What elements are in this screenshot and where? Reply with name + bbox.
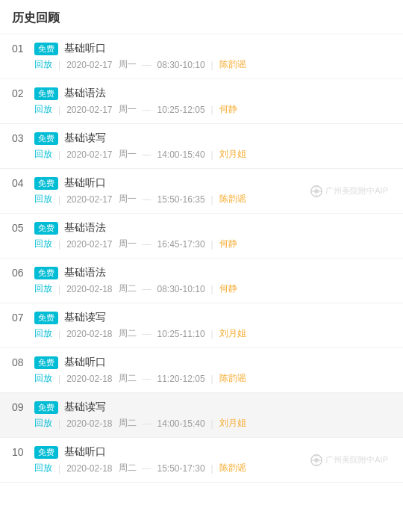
item-title: 基础语法 — [64, 221, 106, 235]
item-date: 2020-02-18 — [66, 329, 112, 339]
list-item[interactable]: 09 免费 基础读写 回放 | 2020-02-18 周二 — 14:00-15… — [0, 393, 403, 438]
item-date: 2020-02-18 — [66, 284, 112, 294]
badge-free: 免费 — [34, 356, 58, 369]
item-time: 10:25-11:10 — [157, 329, 205, 339]
item-bottom: 回放 | 2020-02-18 周二 — 10:25-11:10 | 刘月姐 — [12, 327, 391, 340]
item-number: 01 — [12, 43, 28, 55]
item-day: 周二 — [119, 282, 137, 295]
list-item[interactable]: 05 免费 基础语法 回放 | 2020-02-17 周一 — 16:45-17… — [0, 214, 403, 259]
item-number: 07 — [12, 312, 28, 324]
badge-free: 免费 — [34, 43, 58, 55]
item-bottom: 回放 | 2020-02-18 周二 — 14:00-15:40 | 刘月姐 — [12, 417, 391, 430]
item-date: 2020-02-17 — [66, 149, 112, 160]
item-time: 14:00-15:40 — [157, 418, 205, 429]
history-list: 01 免费 基础听口 回放 | 2020-02-17 周一 — 08:30-10… — [0, 34, 403, 483]
item-number: 09 — [12, 401, 28, 413]
item-bottom: 回放 | 2020-02-17 周一 — 16:45-17:30 | 何静 — [12, 238, 391, 250]
item-replay[interactable]: 回放 — [34, 462, 52, 474]
watermark: 广州美院附中AIP — [310, 185, 388, 198]
item-bottom: 回放 | 2020-02-18 周二 — 11:20-12:05 | 陈韵谣 — [12, 372, 391, 385]
item-teacher: 何静 — [219, 103, 237, 116]
item-day: 周一 — [119, 148, 137, 161]
item-time: 14:00-15:40 — [157, 149, 205, 160]
badge-free: 免费 — [34, 446, 58, 459]
item-replay[interactable]: 回放 — [34, 327, 52, 340]
badge-free: 免费 — [34, 401, 58, 414]
item-number: 08 — [12, 356, 28, 368]
list-item[interactable]: 10 免费 基础听口 回放 | 2020-02-18 周二 — 15:50-17… — [0, 438, 403, 483]
item-replay[interactable]: 回放 — [34, 372, 52, 385]
item-number: 04 — [12, 177, 28, 189]
item-day: 周一 — [119, 193, 137, 205]
list-item[interactable]: 03 免费 基础读写 回放 | 2020-02-17 周一 — 14:00-15… — [0, 124, 403, 169]
badge-free: 免费 — [34, 222, 58, 235]
item-replay[interactable]: 回放 — [34, 417, 52, 430]
item-title: 基础语法 — [64, 266, 106, 279]
item-replay[interactable]: 回放 — [34, 148, 52, 161]
item-replay[interactable]: 回放 — [34, 282, 52, 295]
item-number: 06 — [12, 267, 28, 279]
badge-free: 免费 — [34, 132, 58, 145]
item-title: 基础读写 — [64, 132, 106, 145]
watermark: 广州美院附中AIP — [310, 454, 388, 467]
item-title: 基础读写 — [64, 400, 106, 414]
item-day: 周一 — [119, 103, 137, 116]
item-title: 基础听口 — [64, 42, 106, 55]
item-top: 06 免费 基础语法 — [12, 266, 391, 279]
item-date: 2020-02-17 — [66, 239, 112, 250]
item-date: 2020-02-18 — [66, 374, 112, 384]
item-number: 03 — [12, 132, 28, 144]
item-teacher: 陈韵谣 — [219, 58, 246, 71]
item-title: 基础语法 — [64, 87, 106, 100]
item-teacher: 陈韵谣 — [219, 462, 246, 474]
watermark-icon — [310, 185, 323, 198]
item-title: 基础读写 — [64, 311, 106, 324]
list-item[interactable]: 02 免费 基础语法 回放 | 2020-02-17 周一 — 10:25-12… — [0, 79, 403, 124]
item-teacher: 刘月姐 — [219, 148, 246, 161]
item-time: 15:50-16:35 — [157, 194, 205, 205]
item-replay[interactable]: 回放 — [34, 103, 52, 116]
item-bottom: 回放 | 2020-02-18 周二 — 08:30-10:10 | 何静 — [12, 282, 391, 295]
list-item[interactable]: 06 免费 基础语法 回放 | 2020-02-18 周二 — 08:30-10… — [0, 259, 403, 303]
item-replay[interactable]: 回放 — [34, 238, 52, 250]
badge-free: 免费 — [34, 177, 58, 190]
list-item[interactable]: 04 免费 基础听口 回放 | 2020-02-17 周一 — 15:50-16… — [0, 169, 403, 214]
item-day: 周二 — [119, 417, 137, 430]
item-teacher: 刘月姐 — [219, 327, 246, 340]
item-bottom: 回放 | 2020-02-17 周一 — 14:00-15:40 | 刘月姐 — [12, 148, 391, 161]
item-date: 2020-02-17 — [66, 105, 112, 115]
item-title: 基础听口 — [64, 356, 106, 369]
item-top: 02 免费 基础语法 — [12, 87, 391, 100]
svg-point-1 — [315, 190, 318, 193]
list-item[interactable]: 07 免费 基础读写 回放 | 2020-02-18 周二 — 10:25-11… — [0, 303, 403, 348]
item-time: 15:50-17:30 — [157, 463, 205, 474]
item-teacher: 刘月姐 — [219, 417, 246, 430]
list-item[interactable]: 08 免费 基础听口 回放 | 2020-02-18 周二 — 11:20-12… — [0, 348, 403, 393]
item-top: 03 免费 基础读写 — [12, 132, 391, 145]
item-replay[interactable]: 回放 — [34, 193, 52, 205]
item-title: 基础听口 — [64, 176, 106, 190]
item-number: 02 — [12, 87, 28, 99]
item-teacher: 何静 — [219, 282, 237, 295]
watermark-icon — [310, 454, 323, 467]
item-number: 05 — [12, 222, 28, 234]
item-title: 基础听口 — [64, 445, 106, 459]
item-top: 01 免费 基础听口 — [12, 42, 391, 55]
item-day: 周二 — [119, 462, 137, 474]
item-top: 07 免费 基础读写 — [12, 311, 391, 324]
item-number: 10 — [12, 446, 28, 458]
item-top: 08 免费 基础听口 — [12, 356, 391, 369]
svg-point-7 — [315, 459, 318, 462]
list-item[interactable]: 01 免费 基础听口 回放 | 2020-02-17 周一 — 08:30-10… — [0, 34, 403, 79]
item-bottom: 回放 | 2020-02-17 周一 — 10:25-12:05 | 何静 — [12, 103, 391, 116]
item-date: 2020-02-18 — [66, 418, 112, 429]
item-day: 周一 — [119, 58, 137, 71]
item-replay[interactable]: 回放 — [34, 58, 52, 71]
item-day: 周一 — [119, 238, 137, 250]
item-teacher: 陈韵谣 — [219, 372, 246, 385]
item-top: 09 免费 基础读写 — [12, 400, 391, 414]
item-teacher: 陈韵谣 — [219, 193, 246, 205]
item-time: 08:30-10:10 — [157, 60, 205, 70]
item-day: 周二 — [119, 327, 137, 340]
item-date: 2020-02-17 — [66, 60, 112, 70]
